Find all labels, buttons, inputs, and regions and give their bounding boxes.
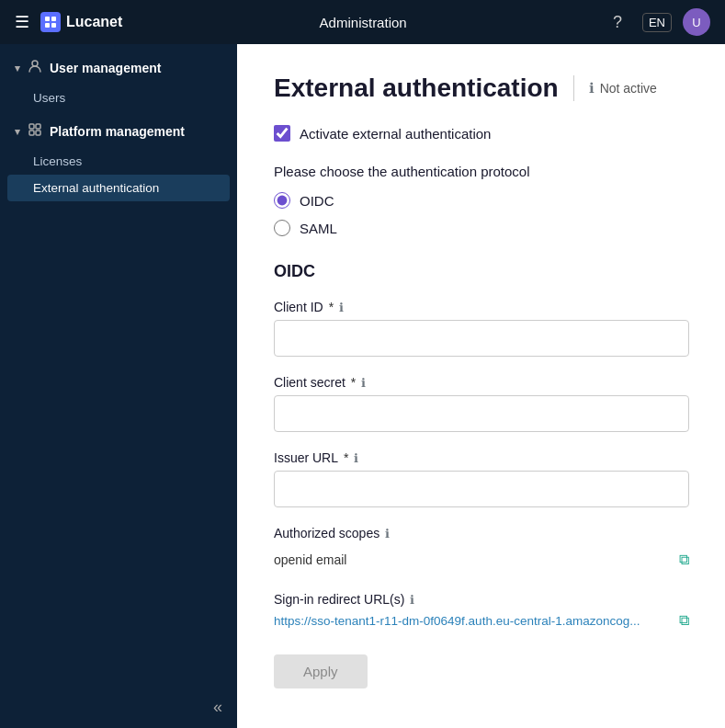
user-management-label: User management (50, 61, 161, 75)
client-secret-label: Client secret * ℹ (274, 375, 688, 390)
client-id-label: Client ID * ℹ (274, 300, 688, 314)
svg-rect-0 (45, 17, 50, 21)
platform-management-label: Platform management (50, 124, 185, 139)
client-id-label-text: Client ID (274, 300, 323, 314)
client-secret-field-group: Client secret * ℹ (274, 375, 688, 432)
issuer-url-info-icon[interactable]: ℹ (354, 451, 358, 465)
scopes-row: openid email ⧉ (274, 546, 689, 574)
client-secret-input[interactable] (274, 395, 689, 432)
platform-management-icon (28, 122, 42, 141)
user-management-icon (28, 59, 42, 77)
status-text: Not active (600, 81, 657, 96)
sidebar-collapse-button[interactable]: « (0, 687, 237, 728)
svg-rect-7 (29, 131, 34, 135)
svg-rect-6 (36, 124, 40, 129)
oidc-section-title: OIDC (274, 262, 688, 281)
client-id-required: * (329, 300, 334, 314)
issuer-url-field-group: Issuer URL * ℹ (274, 450, 688, 507)
svg-point-4 (32, 61, 38, 66)
client-secret-required: * (351, 375, 356, 390)
redirect-row: https://sso-tenant1-r11-dm-0f0649f.auth.… (274, 612, 689, 629)
sidebar-section-user-management: ▾ User management Users (0, 51, 237, 111)
main-layout: ▾ User management Users ▾ (0, 44, 725, 728)
client-id-field-group: Client ID * ℹ (274, 300, 688, 357)
redirect-url-link[interactable]: https://sso-tenant1-r11-dm-0f0649f.auth.… (274, 614, 640, 628)
svg-rect-3 (51, 23, 56, 28)
authorized-scopes-group: Authorized scopes ℹ openid email ⧉ (274, 526, 688, 574)
client-id-input[interactable] (274, 320, 689, 357)
activate-row: Activate external authentication (274, 125, 688, 142)
svg-rect-8 (36, 131, 40, 135)
authorized-scopes-label: Authorized scopes ℹ (274, 526, 688, 540)
client-secret-info-icon[interactable]: ℹ (361, 376, 366, 390)
redirect-copy-icon[interactable]: ⧉ (679, 612, 689, 629)
content-area: External authentication ℹ Not active Act… (237, 44, 725, 728)
oidc-radio[interactable] (274, 192, 290, 209)
chevron-user-management-icon: ▾ (15, 63, 20, 74)
svg-rect-1 (51, 17, 56, 21)
topbar-left: ☰ Lucanet (15, 12, 122, 32)
saml-radio-row[interactable]: SAML (274, 220, 688, 236)
collapse-icon: « (213, 698, 222, 717)
redirect-url-info-icon[interactable]: ℹ (410, 593, 414, 607)
apply-button[interactable]: Apply (274, 654, 368, 688)
client-secret-label-text: Client secret (274, 375, 346, 390)
chevron-platform-management-icon: ▾ (15, 126, 20, 138)
status-divider (573, 75, 574, 101)
protocol-section-label: Please choose the authentication protoco… (274, 164, 688, 179)
issuer-url-label-text: Issuer URL (274, 450, 338, 465)
issuer-url-input[interactable] (274, 471, 689, 507)
sidebar-section-platform-management: ▾ Platform management Licenses External … (0, 115, 237, 201)
sidebar-item-external-authentication[interactable]: External authentication (7, 175, 230, 201)
logo: Lucanet (40, 12, 122, 32)
sidebar-group-user-management[interactable]: ▾ User management (0, 51, 237, 85)
help-button[interactable]: ? (604, 8, 631, 36)
scopes-value: openid email (274, 552, 346, 567)
logo-text: Lucanet (66, 14, 122, 30)
logo-icon (40, 12, 61, 32)
activate-checkbox[interactable] (274, 125, 290, 142)
protocol-radio-group: OIDC SAML (274, 192, 688, 236)
svg-rect-2 (45, 23, 50, 28)
authorized-scopes-info-icon[interactable]: ℹ (385, 527, 390, 540)
hamburger-icon[interactable]: ☰ (15, 12, 29, 32)
sidebar: ▾ User management Users ▾ (0, 44, 237, 728)
sidebar-group-platform-management[interactable]: ▾ Platform management (0, 115, 237, 148)
sidebar-item-users[interactable]: Users (0, 85, 237, 111)
client-id-info-icon[interactable]: ℹ (339, 301, 344, 314)
redirect-url-label: Sign-in redirect URL(s) ℹ (274, 592, 688, 607)
language-selector[interactable]: EN (642, 13, 672, 32)
oidc-radio-row[interactable]: OIDC (274, 192, 688, 209)
oidc-section: OIDC Client ID * ℹ Client secret * ℹ (274, 262, 688, 688)
issuer-url-label: Issuer URL * ℹ (274, 450, 688, 465)
info-status-icon: ℹ (589, 80, 595, 97)
status-badge: ℹ Not active (589, 80, 657, 97)
redirect-url-label-text: Sign-in redirect URL(s) (274, 592, 404, 607)
avatar[interactable]: U (683, 8, 710, 36)
topbar-right: ? EN U (604, 8, 710, 36)
saml-radio[interactable] (274, 220, 290, 236)
oidc-radio-label: OIDC (300, 193, 334, 209)
authorized-scopes-label-text: Authorized scopes (274, 526, 379, 540)
sidebar-item-licenses[interactable]: Licenses (0, 148, 237, 175)
activate-label[interactable]: Activate external authentication (300, 126, 491, 142)
saml-radio-label: SAML (300, 221, 337, 236)
page-title: External authentication (274, 74, 559, 103)
topbar: ☰ Lucanet Administration ? EN U (0, 0, 725, 44)
app-title: Administration (320, 15, 407, 30)
svg-rect-5 (29, 124, 34, 129)
scopes-copy-icon[interactable]: ⧉ (679, 552, 689, 568)
redirect-url-section: Sign-in redirect URL(s) ℹ https://sso-te… (274, 592, 688, 629)
page-header: External authentication ℹ Not active (274, 74, 688, 103)
issuer-url-required: * (344, 450, 348, 465)
